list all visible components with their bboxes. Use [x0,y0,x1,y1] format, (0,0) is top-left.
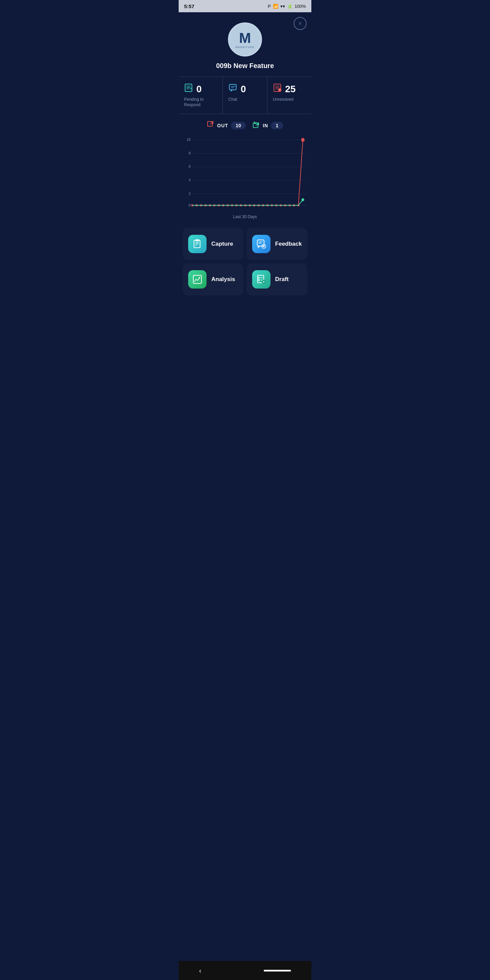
feedback-label: Feedback [275,240,302,247]
in-icon [253,121,260,130]
stat-pending[interactable]: 0 Pending toRespond [179,77,223,114]
svg-text:6: 6 [189,164,191,169]
svg-point-54 [301,138,305,142]
capture-card[interactable]: Capture [183,228,243,260]
svg-point-69 [258,277,259,278]
svg-rect-0 [185,84,192,92]
unresolved-icon [273,83,282,95]
chart-controls: OUT 10 IN 1 [182,121,308,130]
chat-label: Chat [228,97,237,102]
svg-point-55 [301,198,304,202]
signal-icon: 📶 [273,4,278,9]
chart-svg: 10 8 6 4 2 0 [182,136,308,211]
svg-text:10: 10 [187,137,191,142]
svg-text:8: 8 [189,151,191,156]
logo-subtitle: MAGNITUDE [235,46,255,48]
app-title: 009b New Feature [216,62,274,70]
bottom-nav: ‹ [179,961,311,980]
status-icons: P 📶 ▾▾ 🔋 100% [268,4,306,9]
in-label: IN [263,123,268,128]
svg-rect-56 [194,240,200,248]
stats-row: 0 Pending toRespond 0 Chat [179,76,311,114]
battery-percent: 100% [295,4,306,9]
in-badge: 1 [271,122,283,129]
unresolved-label: Unresolved [273,97,294,102]
header-section: M MAGNITUDE 009b New Feature [179,12,311,76]
out-badge: 10 [231,122,246,129]
out-label: OUT [217,123,228,128]
chart-section: OUT 10 IN 1 [179,114,311,223]
chart-wrapper: 10 8 6 4 2 0 [182,136,308,212]
status-bar: 5:57 P 📶 ▾▾ 🔋 100% [179,0,311,12]
battery-icon: 🔋 [287,4,293,9]
svg-rect-13 [208,121,212,126]
feedback-card[interactable]: Feedback [247,228,307,260]
out-group: OUT 10 [207,121,246,130]
draft-label: Draft [275,276,289,283]
pandora-icon: P [268,4,271,9]
svg-rect-67 [193,275,202,283]
home-pill[interactable] [264,970,291,972]
back-button[interactable]: ‹ [199,967,202,975]
logo-letter: M [239,31,251,45]
app-container: × M MAGNITUDE 009b New Feature [179,12,311,980]
chat-icon [228,83,238,95]
draft-icon [252,270,270,288]
svg-rect-4 [229,84,236,90]
chat-value: 0 [240,84,246,95]
feedback-icon [252,235,270,253]
analysis-card[interactable]: Analysis [183,263,243,295]
pending-icon [184,83,194,95]
capture-icon [188,235,207,253]
svg-text:4: 4 [189,178,191,182]
svg-point-70 [258,279,259,281]
wifi-icon: ▾▾ [280,4,285,9]
analysis-icon [188,270,207,288]
status-time: 5:57 [184,3,194,9]
in-group: IN 1 [253,121,283,130]
draft-card[interactable]: Draft [247,263,307,295]
stat-chat[interactable]: 0 Chat [223,77,267,114]
close-button[interactable]: × [294,17,307,30]
svg-text:2: 2 [189,191,191,196]
analysis-label: Analysis [211,276,235,283]
action-grid: Capture Feedback [179,223,311,301]
unresolved-value: 25 [285,84,296,95]
svg-text:0: 0 [189,203,191,208]
logo-circle: M MAGNITUDE [228,22,262,56]
pending-label: Pending toRespond [184,97,204,108]
chart-time-label: Last 30 Days [182,215,308,219]
pending-value: 0 [196,84,202,95]
capture-label: Capture [211,240,233,247]
out-icon [207,121,215,130]
stat-unresolved[interactable]: 25 Unresolved [267,77,311,114]
